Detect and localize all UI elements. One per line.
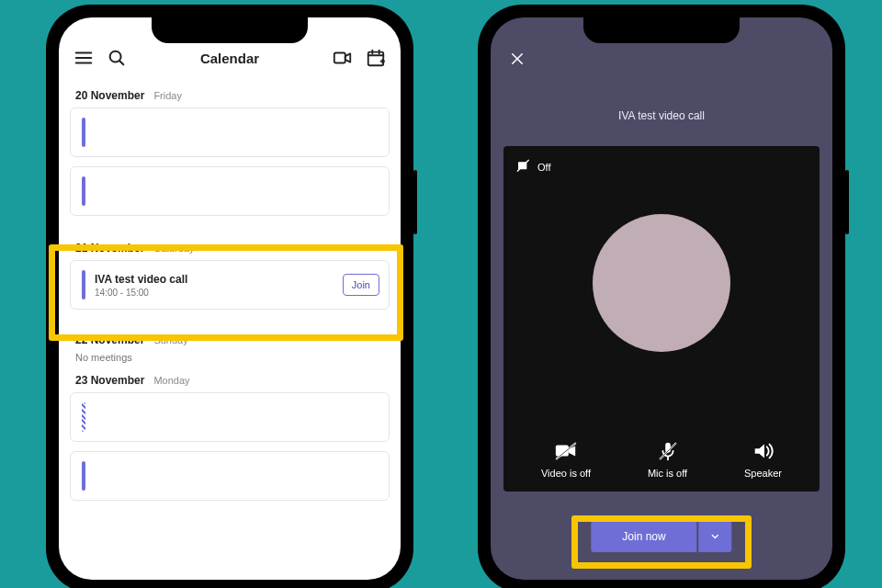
video-toggle-label: Video is off xyxy=(541,468,591,479)
day-date: 23 November xyxy=(75,374,144,387)
svg-marker-6 xyxy=(345,53,351,62)
background-effects-icon xyxy=(516,159,531,175)
day-date: 22 November xyxy=(75,334,144,346)
event-stripe xyxy=(82,402,85,432)
search-icon[interactable] xyxy=(107,48,127,68)
video-preview: Off Video is off Mic is off Speaker xyxy=(503,146,820,492)
meeting-title: IVA test video call xyxy=(491,109,832,122)
power-button xyxy=(845,170,849,234)
event-card[interactable] xyxy=(70,392,390,442)
event-stripe xyxy=(82,118,85,147)
event-card[interactable] xyxy=(70,166,390,216)
join-now-wrap: Join now xyxy=(591,521,731,552)
phone-frame-prejoin: IVA test video call Off Video is off Mic… xyxy=(478,5,845,588)
event-stripe xyxy=(82,461,85,491)
join-options-dropdown[interactable] xyxy=(699,521,732,552)
speaker-toggle-label: Speaker xyxy=(744,468,782,479)
event-title: IVA test video call xyxy=(95,273,343,286)
no-meetings-label: No meetings xyxy=(75,352,390,363)
mic-toggle[interactable]: Mic is off xyxy=(648,440,687,479)
day-name: Saturday xyxy=(153,243,194,254)
page-title: Calendar xyxy=(200,51,259,66)
event-time: 14:00 - 15:00 xyxy=(95,288,343,298)
event-card-iva[interactable]: IVA test video call 14:00 - 15:00 Join xyxy=(70,260,390,310)
phone-frame-calendar: Calendar 20 November Friday 21 Novemb xyxy=(46,5,413,588)
day-header: 21 November Saturday xyxy=(75,242,390,254)
speaker-toggle[interactable]: Speaker xyxy=(744,440,782,479)
day-name: Friday xyxy=(153,90,182,101)
notch xyxy=(583,17,740,43)
prejoin-screen: IVA test video call Off Video is off Mic… xyxy=(491,17,832,580)
day-date: 20 November xyxy=(75,89,144,102)
chevron-down-icon xyxy=(710,531,721,542)
svg-rect-5 xyxy=(334,53,345,63)
event-card[interactable] xyxy=(70,451,390,501)
prejoin-controls: Video is off Mic is off Speaker xyxy=(503,440,820,479)
day-header: 22 November Sunday xyxy=(75,334,390,346)
power-button xyxy=(413,170,417,234)
background-effects-toggle[interactable]: Off xyxy=(516,159,550,175)
close-icon[interactable] xyxy=(509,51,526,71)
notch xyxy=(152,17,308,43)
calendar-screen: Calendar 20 November Friday 21 Novemb xyxy=(59,17,401,580)
svg-line-4 xyxy=(119,61,123,64)
event-stripe xyxy=(82,270,85,300)
day-name: Monday xyxy=(153,375,189,386)
day-header: 20 November Friday xyxy=(75,89,390,102)
mic-toggle-label: Mic is off xyxy=(648,468,687,479)
new-event-icon[interactable] xyxy=(366,48,386,68)
background-effects-label: Off xyxy=(537,162,550,173)
day-header: 23 November Monday xyxy=(75,374,390,387)
event-stripe xyxy=(82,176,85,206)
svg-marker-25 xyxy=(754,445,763,458)
day-date: 21 November xyxy=(75,242,144,254)
calendar-body: 20 November Friday 21 November Saturday … xyxy=(59,78,401,501)
event-text: IVA test video call 14:00 - 15:00 xyxy=(95,273,343,298)
video-toggle[interactable]: Video is off xyxy=(541,440,591,479)
event-card[interactable] xyxy=(70,107,390,157)
day-name: Sunday xyxy=(153,334,187,345)
join-button[interactable]: Join xyxy=(343,274,379,296)
avatar xyxy=(593,214,730,352)
join-now-button[interactable]: Join now xyxy=(591,521,696,552)
menu-icon[interactable] xyxy=(74,48,94,68)
svg-rect-7 xyxy=(368,52,384,66)
meet-now-icon[interactable] xyxy=(333,48,353,68)
